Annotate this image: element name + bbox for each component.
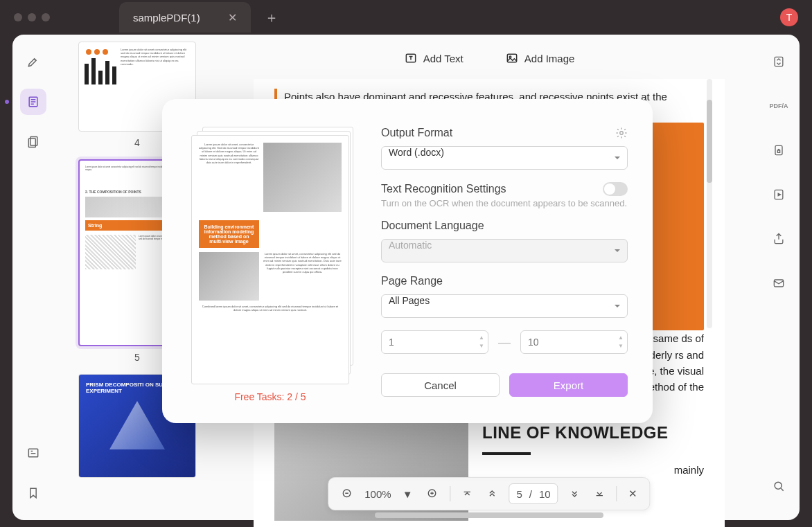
preview-page-stack: Lorem ipsum dolor sit amet, consectetur … [191, 127, 349, 377]
zoom-in-button[interactable] [424, 485, 442, 503]
left-rail [12, 35, 54, 520]
form-tool[interactable] [20, 440, 46, 466]
add-image-label: Add Image [524, 53, 575, 64]
avatar-letter: T [786, 12, 793, 23]
range-dash: — [498, 335, 511, 350]
last-page-button[interactable] [592, 485, 608, 502]
current-page: 5 [517, 488, 522, 500]
svg-point-15 [620, 132, 624, 135]
page-range-value: All Pages [389, 295, 430, 306]
convert-button[interactable] [766, 48, 792, 75]
page-sep: / [529, 488, 532, 500]
doc-language-select: Automatic [381, 239, 628, 262]
tab-samplepdf[interactable]: samplePDF(1) ✕ [119, 2, 251, 33]
share-button[interactable] [766, 226, 792, 252]
pdfa-button[interactable]: PDF/A [766, 93, 792, 119]
title-bar: samplePDF(1) ✕ ＋ T [0, 0, 812, 35]
svg-rect-13 [774, 280, 783, 287]
protect-button[interactable] [766, 137, 792, 163]
text-recognition-label: Text Recognition Settings [381, 183, 506, 195]
image-icon [505, 51, 519, 65]
export-preview: Lorem ipsum dolor sit amet, consectetur … [187, 127, 353, 402]
tabs: samplePDF(1) ✕ ＋ [119, 0, 780, 35]
svg-point-14 [775, 482, 782, 489]
doc-language-label: Document Language [381, 220, 484, 232]
text-recognition-hint: Turn on the OCR when the document appear… [381, 197, 628, 210]
pages-tool[interactable] [20, 129, 46, 155]
add-image-button[interactable]: Add Image [505, 51, 575, 65]
page-range-select[interactable]: All Pages [381, 294, 628, 318]
next-page-button[interactable] [567, 485, 583, 502]
tab-title: samplePDF(1) [133, 12, 200, 24]
doc-paragraph-3: mainly [482, 462, 704, 478]
first-page-button[interactable] [459, 485, 476, 502]
export-modal: Lorem ipsum dolor sit amet, consectetur … [162, 99, 653, 423]
right-rail: PDF/A [758, 35, 800, 520]
prev-page-button[interactable] [484, 485, 501, 502]
page-toolbar: 100% ▼ 5 / 10 ✕ [328, 477, 650, 510]
range-from-field[interactable] [389, 331, 481, 353]
preview-caption: Building environment information modelin… [199, 220, 259, 248]
maximize-window[interactable] [42, 13, 50, 21]
svg-rect-5 [507, 54, 516, 62]
range-from-stepper[interactable]: ▲▼ [478, 333, 485, 350]
range-to-field[interactable] [528, 331, 620, 353]
total-pages: 10 [539, 488, 551, 500]
range-to-stepper[interactable]: ▲▼ [617, 333, 624, 350]
free-tasks-label: Free Tasks: 2 / 5 [187, 391, 353, 402]
avatar[interactable]: T [780, 8, 798, 26]
output-format-select[interactable]: Word (.docx) [381, 146, 628, 170]
slideshow-button[interactable] [766, 181, 792, 208]
export-button[interactable]: Export [509, 373, 628, 397]
output-format-label: Output Format [381, 127, 452, 139]
zoom-out-button[interactable] [338, 485, 356, 503]
page-range-label: Page Range [381, 275, 443, 287]
edit-toolbar: Add Text Add Image [220, 44, 758, 79]
minimize-window[interactable] [28, 13, 36, 21]
mail-button[interactable] [766, 270, 792, 296]
doc-language-value: Automatic [389, 240, 432, 251]
zoom-level: 100% [364, 488, 391, 500]
svg-rect-11 [777, 150, 779, 152]
page-number-display[interactable]: 5 / 10 [509, 483, 558, 504]
doc-heading: LINE OF KNOWLEDGE [482, 420, 704, 445]
text-icon [404, 51, 418, 65]
horizontal-scrollbar[interactable] [375, 512, 603, 518]
output-settings-icon[interactable] [615, 127, 628, 139]
window-controls [14, 13, 50, 21]
close-tab-icon[interactable]: ✕ [228, 11, 237, 24]
zoom-dropdown[interactable]: ▼ [400, 485, 416, 503]
close-window[interactable] [14, 13, 22, 21]
search-button[interactable] [766, 473, 792, 499]
range-to-input[interactable]: ▲▼ [520, 330, 628, 354]
ocr-toggle[interactable] [603, 182, 628, 196]
export-form: Output Format Word (.docx) Text Recognit… [381, 127, 628, 402]
highlighter-tool[interactable] [20, 48, 46, 75]
close-toolbar-button[interactable]: ✕ [626, 485, 640, 503]
add-text-button[interactable]: Add Text [404, 51, 464, 65]
output-format-value: Word (.docx) [389, 147, 444, 158]
svg-rect-3 [28, 449, 37, 457]
new-tab-button[interactable]: ＋ [265, 8, 279, 27]
vertical-scrollbar[interactable] [707, 79, 712, 328]
bookmark-tool[interactable] [20, 480, 46, 506]
thumbnails-panel-toggle[interactable] [20, 89, 46, 115]
cancel-button[interactable]: Cancel [381, 373, 500, 397]
range-from-input[interactable]: ▲▼ [381, 330, 488, 354]
add-text-label: Add Text [423, 53, 464, 64]
